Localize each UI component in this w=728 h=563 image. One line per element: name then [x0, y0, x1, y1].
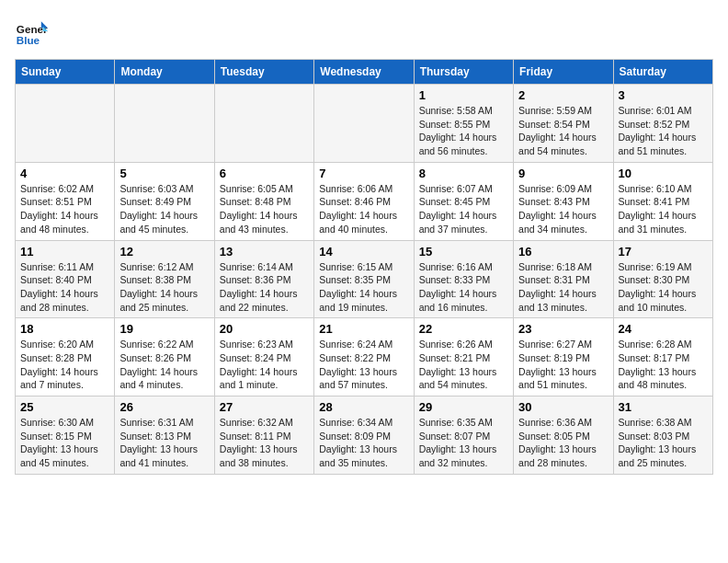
day-cell-2: 2Sunrise: 5:59 AMSunset: 8:54 PMDaylight… — [514, 85, 613, 163]
day-cell-15: 15Sunrise: 6:16 AMSunset: 8:33 PMDayligh… — [414, 240, 513, 318]
week-row-1: 4Sunrise: 6:02 AMSunset: 8:51 PMDaylight… — [16, 162, 713, 240]
day-info: Sunrise: 6:26 AMSunset: 8:21 PMDaylight:… — [419, 338, 508, 392]
day-number: 25 — [20, 400, 109, 414]
day-info: Sunrise: 6:38 AMSunset: 8:03 PMDaylight:… — [619, 416, 708, 470]
day-cell-29: 29Sunrise: 6:35 AMSunset: 8:07 PMDayligh… — [414, 396, 513, 475]
day-number: 21 — [319, 322, 408, 336]
day-number: 31 — [619, 400, 708, 414]
day-number: 30 — [518, 400, 608, 414]
day-cell-19: 19Sunrise: 6:22 AMSunset: 8:26 PMDayligh… — [115, 318, 214, 396]
day-cell-16: 16Sunrise: 6:18 AMSunset: 8:31 PMDayligh… — [514, 240, 613, 318]
day-number: 28 — [319, 400, 408, 414]
day-cell-10: 10Sunrise: 6:10 AMSunset: 8:41 PMDayligh… — [613, 162, 712, 240]
day-number: 13 — [220, 245, 309, 259]
day-info: Sunrise: 6:07 AMSunset: 8:45 PMDaylight:… — [419, 182, 508, 236]
day-header-saturday: Saturday — [613, 60, 712, 85]
day-info: Sunrise: 6:11 AMSunset: 8:40 PMDaylight:… — [20, 260, 109, 315]
day-info: Sunrise: 6:05 AMSunset: 8:48 PMDaylight:… — [220, 182, 309, 236]
page-header: General Blue — [15, 15, 713, 48]
week-row-4: 25Sunrise: 6:30 AMSunset: 8:15 PMDayligh… — [16, 396, 713, 475]
day-cell-14: 14Sunrise: 6:15 AMSunset: 8:35 PMDayligh… — [314, 240, 414, 318]
calendar-header-row: SundayMondayTuesdayWednesdayThursdayFrid… — [16, 60, 713, 85]
day-header-tuesday: Tuesday — [214, 60, 313, 85]
day-number: 3 — [619, 88, 708, 102]
day-cell-31: 31Sunrise: 6:38 AMSunset: 8:03 PMDayligh… — [613, 396, 712, 475]
day-number: 14 — [319, 245, 408, 259]
day-header-monday: Monday — [115, 60, 214, 85]
svg-text:Blue: Blue — [17, 34, 40, 46]
day-cell-6: 6Sunrise: 6:05 AMSunset: 8:48 PMDaylight… — [214, 162, 313, 240]
logo-icon: General Blue — [15, 15, 48, 48]
day-info: Sunrise: 6:01 AMSunset: 8:52 PMDaylight:… — [619, 104, 708, 158]
day-info: Sunrise: 6:35 AMSunset: 8:07 PMDaylight:… — [419, 416, 508, 470]
day-number: 12 — [119, 245, 209, 259]
day-info: Sunrise: 6:18 AMSunset: 8:31 PMDaylight:… — [518, 260, 608, 315]
day-info: Sunrise: 6:28 AMSunset: 8:17 PMDaylight:… — [619, 338, 708, 392]
day-info: Sunrise: 6:30 AMSunset: 8:15 PMDaylight:… — [20, 416, 109, 470]
day-number: 1 — [419, 88, 508, 102]
day-info: Sunrise: 6:15 AMSunset: 8:35 PMDaylight:… — [319, 260, 408, 315]
day-info: Sunrise: 6:02 AMSunset: 8:51 PMDaylight:… — [20, 182, 109, 236]
day-cell-24: 24Sunrise: 6:28 AMSunset: 8:17 PMDayligh… — [613, 318, 712, 396]
day-cell-13: 13Sunrise: 6:14 AMSunset: 8:36 PMDayligh… — [214, 240, 313, 318]
empty-cell — [314, 85, 414, 163]
day-number: 9 — [518, 167, 608, 180]
day-number: 11 — [20, 245, 109, 259]
day-number: 24 — [619, 322, 708, 336]
day-info: Sunrise: 6:06 AMSunset: 8:46 PMDaylight:… — [319, 182, 408, 236]
day-number: 26 — [119, 400, 209, 414]
day-number: 15 — [419, 245, 508, 259]
day-number: 27 — [220, 400, 309, 414]
day-number: 23 — [518, 322, 608, 336]
day-cell-5: 5Sunrise: 6:03 AMSunset: 8:49 PMDaylight… — [115, 162, 214, 240]
day-header-wednesday: Wednesday — [314, 60, 414, 85]
day-cell-11: 11Sunrise: 6:11 AMSunset: 8:40 PMDayligh… — [16, 240, 115, 318]
week-row-2: 11Sunrise: 6:11 AMSunset: 8:40 PMDayligh… — [16, 240, 713, 318]
day-number: 16 — [518, 245, 608, 259]
week-row-0: 1Sunrise: 5:58 AMSunset: 8:55 PMDaylight… — [16, 85, 713, 163]
day-info: Sunrise: 6:34 AMSunset: 8:09 PMDaylight:… — [319, 416, 408, 470]
day-number: 7 — [319, 167, 408, 180]
day-info: Sunrise: 6:22 AMSunset: 8:26 PMDaylight:… — [119, 338, 209, 392]
day-info: Sunrise: 5:58 AMSunset: 8:55 PMDaylight:… — [419, 104, 508, 158]
day-number: 10 — [619, 167, 708, 180]
day-cell-1: 1Sunrise: 5:58 AMSunset: 8:55 PMDaylight… — [414, 85, 513, 163]
day-header-thursday: Thursday — [414, 60, 513, 85]
day-number: 22 — [419, 322, 508, 336]
day-info: Sunrise: 6:10 AMSunset: 8:41 PMDaylight:… — [619, 182, 708, 236]
day-cell-30: 30Sunrise: 6:36 AMSunset: 8:05 PMDayligh… — [514, 396, 613, 475]
day-header-sunday: Sunday — [16, 60, 115, 85]
day-cell-26: 26Sunrise: 6:31 AMSunset: 8:13 PMDayligh… — [115, 396, 214, 475]
day-cell-27: 27Sunrise: 6:32 AMSunset: 8:11 PMDayligh… — [214, 396, 313, 475]
day-cell-28: 28Sunrise: 6:34 AMSunset: 8:09 PMDayligh… — [314, 396, 414, 475]
day-info: Sunrise: 6:24 AMSunset: 8:22 PMDaylight:… — [319, 338, 408, 392]
day-cell-23: 23Sunrise: 6:27 AMSunset: 8:19 PMDayligh… — [514, 318, 613, 396]
day-number: 18 — [20, 322, 109, 336]
week-row-3: 18Sunrise: 6:20 AMSunset: 8:28 PMDayligh… — [16, 318, 713, 396]
day-header-friday: Friday — [514, 60, 613, 85]
day-number: 6 — [220, 167, 309, 180]
day-number: 29 — [419, 400, 508, 414]
empty-cell — [16, 85, 115, 163]
day-number: 5 — [119, 167, 209, 180]
day-info: Sunrise: 6:12 AMSunset: 8:38 PMDaylight:… — [119, 260, 209, 315]
day-number: 17 — [619, 245, 708, 259]
day-info: Sunrise: 6:19 AMSunset: 8:30 PMDaylight:… — [619, 260, 708, 315]
day-info: Sunrise: 6:32 AMSunset: 8:11 PMDaylight:… — [220, 416, 309, 470]
day-cell-22: 22Sunrise: 6:26 AMSunset: 8:21 PMDayligh… — [414, 318, 513, 396]
day-cell-25: 25Sunrise: 6:30 AMSunset: 8:15 PMDayligh… — [16, 396, 115, 475]
day-cell-3: 3Sunrise: 6:01 AMSunset: 8:52 PMDaylight… — [613, 85, 712, 163]
day-cell-8: 8Sunrise: 6:07 AMSunset: 8:45 PMDaylight… — [414, 162, 513, 240]
empty-cell — [115, 85, 214, 163]
day-cell-20: 20Sunrise: 6:23 AMSunset: 8:24 PMDayligh… — [214, 318, 313, 396]
day-cell-7: 7Sunrise: 6:06 AMSunset: 8:46 PMDaylight… — [314, 162, 414, 240]
day-info: Sunrise: 6:36 AMSunset: 8:05 PMDaylight:… — [518, 416, 608, 470]
day-number: 8 — [419, 167, 508, 180]
day-info: Sunrise: 5:59 AMSunset: 8:54 PMDaylight:… — [518, 104, 608, 158]
day-info: Sunrise: 6:31 AMSunset: 8:13 PMDaylight:… — [119, 416, 209, 470]
day-number: 20 — [220, 322, 309, 336]
calendar-table: SundayMondayTuesdayWednesdayThursdayFrid… — [15, 59, 713, 475]
calendar-body: 1Sunrise: 5:58 AMSunset: 8:55 PMDaylight… — [16, 85, 713, 475]
day-info: Sunrise: 6:23 AMSunset: 8:24 PMDaylight:… — [220, 338, 309, 392]
day-cell-9: 9Sunrise: 6:09 AMSunset: 8:43 PMDaylight… — [514, 162, 613, 240]
